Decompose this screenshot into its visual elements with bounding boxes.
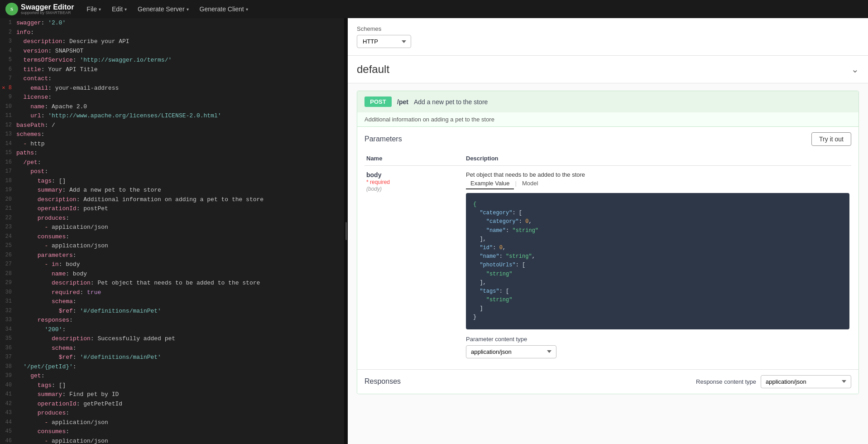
code-line-4: 4 version: SNAPSHOT	[0, 46, 344, 56]
code-line-41: 41 summary: Find pet by ID	[0, 390, 344, 399]
params-table: Name Description body * required (body)	[364, 151, 851, 364]
code-line-35: 35 description: Successfully added pet	[0, 334, 344, 343]
params-table-header: Name Description	[364, 151, 851, 166]
response-content-type-area: Response content type application/json a…	[696, 375, 851, 388]
params-section: Parameters Try it out Name Description	[357, 127, 858, 369]
code-line-43: 43 produces:	[0, 408, 344, 418]
param-name-cell: body * required (body)	[364, 166, 464, 364]
code-line-33: 33 responses:	[0, 315, 344, 325]
code-line-6: 6 title: Your API Title	[0, 65, 344, 74]
name-column-header: Name	[364, 151, 464, 166]
default-header[interactable]: default ⌄	[348, 56, 868, 83]
code-line-29: 29 description: Pet object that needs to…	[0, 278, 344, 288]
code-line-8: ✕ 8 email: your-email-address	[0, 83, 344, 93]
code-line-12: 12 basePath: /	[0, 121, 344, 130]
code-line-36: 36 schema:	[0, 343, 344, 353]
divider-handle	[345, 222, 347, 240]
code-line-14: 14 - http	[0, 139, 344, 149]
post-path: /pet	[397, 98, 408, 106]
code-line-9: 9 license:	[0, 92, 344, 102]
code-line-28: 28 name: body	[0, 269, 344, 279]
json-example-block: { "category": [ "category": 0, "name": "…	[466, 193, 849, 329]
preview-pane: Schemes HTTP HTTPS default ⌄ POST /pet A…	[348, 18, 868, 444]
param-in-label: (body)	[366, 186, 382, 192]
code-line-18: 18 tags: []	[0, 176, 344, 186]
code-line-30: 30 required: true	[0, 288, 344, 297]
model-tab[interactable]: Model	[518, 178, 542, 189]
pane-divider[interactable]	[344, 18, 348, 444]
code-line-3: 3 description: Describe your API	[0, 37, 344, 46]
code-line-27: 27 - in: body	[0, 260, 344, 269]
code-line-20: 20 description: Additional information o…	[0, 195, 344, 204]
code-line-40: 40 tags: []	[0, 381, 344, 390]
code-line-7: 7 contact:	[0, 74, 344, 83]
param-name: body	[366, 171, 462, 179]
schemes-area: Schemes HTTP HTTPS	[348, 18, 868, 56]
logo-area: S Swagger Editor supported by SMARTBEAR	[5, 3, 74, 15]
params-header-row: Parameters Try it out	[364, 132, 851, 146]
param-content-type-area: Parameter content type application/json …	[466, 336, 849, 358]
code-line-34: 34 '200':	[0, 325, 344, 334]
code-line-38: 38 '/pet/{petId}':	[0, 362, 344, 372]
tab-separator: |	[514, 178, 517, 189]
code-line-23: 23 - application/json	[0, 222, 344, 232]
code-line-31: 31 schema:	[0, 297, 344, 306]
edit-menu-arrow: ▾	[125, 7, 127, 12]
code-line-19: 19 summary: Add a new pet to the store	[0, 185, 344, 195]
code-line-10: 10 name: Apache 2.0	[0, 102, 344, 111]
example-value-tab[interactable]: Example Value	[466, 178, 514, 189]
post-header[interactable]: POST /pet Add a new pet to the store	[357, 91, 858, 112]
code-line-2: 2 info:	[0, 28, 344, 37]
file-menu-arrow: ▾	[99, 7, 101, 12]
default-chevron-icon: ⌄	[851, 64, 859, 75]
code-line-32: 32 $ref: '#/definitions/mainPet'	[0, 306, 344, 316]
code-line-26: 26 parameters:	[0, 251, 344, 260]
param-description-cell: Pet object that needs to be added to the…	[464, 166, 851, 364]
body-param-row: body * required (body) Pet object that n…	[364, 166, 851, 364]
topbar: S Swagger Editor supported by SMARTBEAR …	[0, 0, 868, 18]
post-endpoint: POST /pet Add a new pet to the store Add…	[357, 91, 859, 394]
svg-text:S: S	[10, 6, 13, 12]
post-summary: Add a new pet to the store	[414, 98, 488, 106]
example-tabs: Example Value | Model	[466, 178, 849, 189]
default-title: default	[357, 63, 389, 76]
swagger-logo-icon: S	[5, 3, 18, 15]
code-line-24: 24 consumes:	[0, 232, 344, 241]
code-line-44: 44 - application/json	[0, 418, 344, 427]
menu-edit[interactable]: Edit ▾	[108, 4, 130, 14]
code-line-42: 42 operationId: getPetPetId	[0, 399, 344, 409]
generate-server-menu-arrow: ▾	[187, 7, 189, 12]
logo-text: Swagger Editor supported by SMARTBEAR	[21, 4, 74, 15]
code-line-17: 17 post:	[0, 167, 344, 176]
scheme-select[interactable]: HTTP HTTPS	[357, 35, 411, 48]
code-line-15: 15 paths:	[0, 148, 344, 158]
param-content-type-label: Parameter content type	[466, 336, 849, 343]
code-line-22: 22 produces:	[0, 213, 344, 223]
response-content-type-select[interactable]: application/json application/xml	[761, 375, 851, 388]
try-it-out-button[interactable]: Try it out	[811, 132, 851, 146]
code-line-39: 39 get:	[0, 371, 344, 381]
main-area: 1 swagger: '2.0' 2 info: 3 description: …	[0, 18, 868, 444]
description-column-header: Description	[464, 151, 851, 166]
param-content-type-select[interactable]: application/json application/xml	[466, 345, 556, 358]
default-section: default ⌄ POST /pet Add a new pet to the…	[348, 56, 868, 394]
menu-generate-client[interactable]: Generate Client ▾	[196, 4, 252, 14]
code-line-46: 46 - application/json	[0, 436, 344, 444]
responses-title: Responses	[364, 377, 401, 386]
code-line-1: 1 swagger: '2.0'	[0, 18, 344, 28]
logo-subtitle: supported by SMARTBEAR	[21, 11, 74, 15]
code-line-25: 25 - application/json	[0, 241, 344, 251]
menu-file[interactable]: File ▾	[83, 4, 105, 14]
code-line-21: 21 operationId: postPet	[0, 204, 344, 213]
code-line-16: 16 /pet:	[0, 158, 344, 167]
editor-pane[interactable]: 1 swagger: '2.0' 2 info: 3 description: …	[0, 18, 344, 444]
params-title: Parameters	[364, 135, 402, 143]
menu-generate-server[interactable]: Generate Server ▾	[134, 4, 192, 14]
code-line-13: 13 schemes:	[0, 130, 344, 139]
generate-client-menu-arrow: ▾	[246, 7, 248, 12]
post-method-badge: POST	[364, 97, 392, 107]
param-required-label: * required	[366, 179, 390, 185]
response-content-type-label: Response content type	[696, 378, 756, 385]
post-description: Additional information on adding a pet t…	[357, 112, 858, 127]
code-lines: 1 swagger: '2.0' 2 info: 3 description: …	[0, 18, 344, 444]
